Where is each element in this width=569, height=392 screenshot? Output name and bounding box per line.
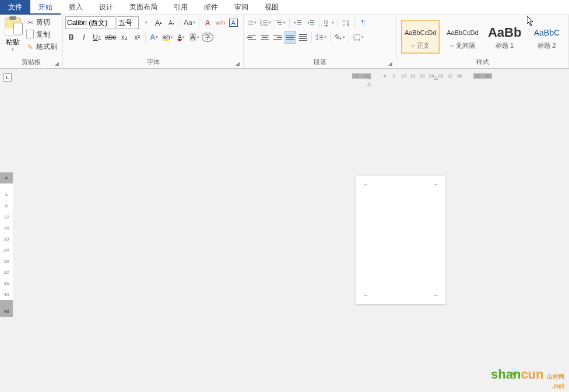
show-hide-button[interactable]: ¶ bbox=[357, 16, 369, 29]
group-styles: AaBbCcDd 正文 AaBbCcDd 无间隔 AaBb 标题 1 AaBbC… bbox=[396, 15, 569, 68]
bullets-button[interactable] bbox=[246, 16, 258, 29]
svg-point-2 bbox=[248, 22, 249, 23]
svg-rect-17 bbox=[297, 24, 301, 24]
tab-view[interactable]: 视图 bbox=[257, 0, 287, 15]
document-area[interactable]: L 8448121620242832364246 ▽△ △ 4 4 8 12 1… bbox=[0, 69, 569, 392]
align-center-button[interactable] bbox=[259, 31, 271, 44]
margin-corner-icon bbox=[364, 184, 367, 188]
char-border-button[interactable]: A bbox=[227, 16, 239, 29]
tab-mail[interactable]: 邮件 bbox=[196, 0, 226, 15]
underline-button[interactable]: U bbox=[91, 31, 103, 44]
svg-rect-3 bbox=[250, 23, 253, 23]
svg-rect-14 bbox=[279, 24, 282, 25]
svg-rect-25 bbox=[319, 40, 323, 40]
copy-label: 复制 bbox=[36, 30, 50, 40]
enclose-char-button[interactable]: 字 bbox=[202, 33, 213, 42]
style-normal[interactable]: AaBbCcDd 正文 bbox=[401, 20, 440, 54]
clipboard-group-label: 剪贴板 bbox=[0, 56, 62, 68]
group-font: A▴ A▾ Aa A̷ wén A B I U abc x₂ x² A ab A… bbox=[63, 15, 244, 68]
margin-corner-icon bbox=[434, 184, 437, 188]
document-page[interactable] bbox=[356, 176, 445, 304]
subscript-button[interactable]: x₂ bbox=[118, 31, 130, 44]
clipboard-dialog-launcher[interactable]: ◢ bbox=[55, 61, 61, 66]
vertical-ruler[interactable]: 4 4 8 12 16 20 24 28 32 36 40 48 bbox=[0, 172, 13, 317]
cut-label: 剪切 bbox=[36, 17, 50, 27]
tab-insert[interactable]: 插入 bbox=[61, 0, 91, 15]
increase-indent-button[interactable] bbox=[305, 16, 317, 29]
highlight-button[interactable]: ab bbox=[161, 31, 174, 44]
shrink-font-button[interactable]: A▾ bbox=[166, 16, 177, 29]
align-distribute-button[interactable] bbox=[297, 31, 309, 44]
font-dialog-launcher[interactable]: ◢ bbox=[236, 61, 241, 66]
svg-rect-11 bbox=[263, 25, 268, 26]
style-heading2[interactable]: AaBbC 标题 2 bbox=[528, 20, 566, 54]
svg-rect-23 bbox=[319, 35, 323, 36]
grow-font-button[interactable]: A▴ bbox=[153, 16, 164, 29]
paste-button[interactable]: 粘贴 ▾ bbox=[2, 16, 23, 53]
line-spacing-button[interactable] bbox=[314, 31, 328, 44]
tab-design[interactable]: 设计 bbox=[91, 0, 121, 15]
watermark-logo: shancun 山村网 .net bbox=[491, 367, 564, 390]
tab-layout[interactable]: 页面布局 bbox=[121, 0, 166, 15]
cut-button[interactable]: ✂ 剪切 bbox=[24, 16, 59, 29]
svg-rect-16 bbox=[297, 22, 301, 23]
tab-references[interactable]: 引用 bbox=[166, 0, 196, 15]
tab-file[interactable]: 文件 bbox=[0, 0, 30, 15]
font-group-label: 字体 bbox=[63, 56, 243, 68]
tab-review[interactable]: 审阅 bbox=[226, 0, 257, 15]
svg-text:3: 3 bbox=[260, 23, 262, 27]
svg-point-26 bbox=[340, 38, 342, 40]
numbering-button[interactable]: 123 bbox=[259, 16, 272, 29]
paragraph-group-label: 段落 bbox=[244, 56, 396, 68]
indent-marker-right[interactable]: △ bbox=[434, 75, 438, 80]
shading-button[interactable] bbox=[333, 31, 346, 44]
group-clipboard: 粘贴 ▾ ✂ 剪切 复制 ✎ 格式刷 剪贴板 ◢ bbox=[0, 15, 63, 68]
sort-button[interactable]: AZ bbox=[340, 16, 352, 29]
svg-rect-15 bbox=[297, 20, 301, 21]
text-direction-button[interactable] bbox=[322, 16, 335, 29]
font-color-button[interactable]: A bbox=[175, 31, 187, 44]
strike-button[interactable]: abc bbox=[104, 31, 117, 44]
clear-format-button[interactable]: A̷ bbox=[202, 16, 213, 29]
indent-marker-left[interactable]: ▽△ bbox=[367, 75, 371, 86]
tab-home[interactable]: 开始 bbox=[30, 0, 61, 15]
svg-rect-12 bbox=[275, 20, 282, 20]
svg-rect-1 bbox=[250, 20, 253, 21]
paste-dropdown-icon[interactable]: ▾ bbox=[12, 47, 14, 52]
svg-rect-18 bbox=[310, 20, 314, 21]
font-size-select[interactable] bbox=[117, 16, 139, 29]
svg-text:Z: Z bbox=[343, 23, 345, 27]
change-case-button[interactable]: Aa bbox=[182, 16, 196, 29]
svg-rect-5 bbox=[250, 24, 253, 25]
svg-text:A: A bbox=[343, 19, 345, 23]
text-effects-button[interactable]: A bbox=[148, 31, 160, 44]
copy-button[interactable]: 复制 bbox=[24, 29, 59, 41]
style-no-spacing[interactable]: AaBbCcDd 无间隔 bbox=[443, 20, 482, 54]
svg-rect-7 bbox=[263, 20, 268, 21]
multilevel-button[interactable] bbox=[273, 16, 287, 29]
format-painter-button[interactable]: ✎ 格式刷 bbox=[24, 41, 59, 53]
group-paragraph: 123 AZ ¶ 段落 ◢ bbox=[244, 15, 396, 68]
decrease-indent-button[interactable] bbox=[292, 16, 304, 29]
tab-selector[interactable]: L bbox=[3, 73, 12, 82]
phonetic-button[interactable]: wén bbox=[215, 16, 227, 29]
char-shading-button[interactable]: A bbox=[188, 31, 201, 44]
paragraph-dialog-launcher[interactable]: ◢ bbox=[388, 61, 394, 66]
svg-point-0 bbox=[248, 20, 249, 22]
italic-button[interactable]: I bbox=[78, 31, 90, 44]
paste-icon bbox=[5, 17, 21, 36]
font-name-select[interactable] bbox=[65, 16, 115, 29]
bold-button[interactable]: B bbox=[65, 31, 77, 44]
align-left-button[interactable] bbox=[246, 31, 258, 44]
borders-button[interactable] bbox=[352, 31, 365, 44]
font-size-dropdown[interactable] bbox=[140, 16, 152, 29]
superscript-button[interactable]: x² bbox=[131, 31, 143, 44]
svg-rect-20 bbox=[310, 24, 314, 24]
align-right-button[interactable] bbox=[272, 31, 283, 44]
scissors-icon: ✂ bbox=[26, 19, 34, 27]
svg-rect-27 bbox=[354, 34, 360, 40]
align-justify-button[interactable] bbox=[284, 31, 296, 44]
horizontal-ruler[interactable]: 8448121620242832364246 bbox=[352, 73, 492, 79]
style-heading1[interactable]: AaBb 标题 1 bbox=[486, 20, 524, 54]
svg-point-4 bbox=[248, 24, 249, 25]
